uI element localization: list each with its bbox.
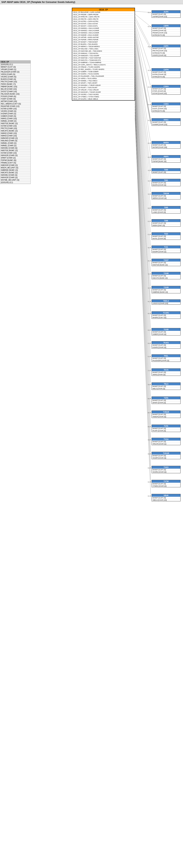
table-t006: T006 MANDT [CLNT (3)] MSEHI [UNIT (3)] [152,219,181,227]
svg-line-16 [135,56,151,208]
table-cska: CSKA MANDT [CLNT (3)] KTOPL [CHAR (4)] K… [152,85,181,95]
table-row: MANDT [CLNT (3)] [152,222,180,224]
cardinality-tvko: 0..N [148,467,151,469]
cardinality-tnls: 0..N [148,384,151,385]
table-row: KUNNR [CHAR (10)] [152,123,180,125]
center-row: CE1S_CP-GSBER = TGSB-GSBER [72,70,135,73]
sidebar-row: VKORG [CHAR (4)] [0,110,31,113]
table-title-t001w: T001W [152,192,180,195]
table-row: MANDT [CLNT (3)] [152,235,180,238]
table-title-t023: T023 [152,232,180,235]
table-row: MANDT [CLNT (3)] [152,275,180,277]
sidebar-row: KMCATG [NUMC (2)] [0,130,31,132]
table-row: PRZNR [CHAR (10)] [152,32,180,34]
svg-line-3 [135,20,151,50]
table-row: VERSI [CHAR (3)] [152,374,180,376]
sidebar-row: KSTAR [CHAR (10)] [0,107,31,110]
table-row: DATBI [DATS (8)] [152,52,180,54]
cardinality-tvfk: 0..N [148,426,151,428]
table-row: MANDT [CLNT (3)] [152,13,180,16]
svg-line-35 [135,110,151,454]
sidebar-row: RKAUFNR [CHAR (12)] [0,105,31,107]
cardinality-vbuk: 0..N [148,495,151,497]
cardinality-tspa: 0..N [148,398,151,400]
center-row: CE1S_CP-KMMAKL = T023-MATKL [72,52,135,55]
table-row: VKGRP [CHAR (3)] [152,457,180,459]
center-row: CE1S_CP-SPART = TSPA-SPART [72,82,135,84]
sidebar-panel: CE1S_CP (02/01/05) (0,1) MANDT [CLNT (3)… [0,60,31,184]
table-row: LOGSYS [CHAR (10)] [152,302,180,304]
table-title-tbdls: TBDLS [152,300,180,302]
center-row: CE1S_CP-KMKDGR = T151-KDGRP [72,55,135,57]
sidebar-row: KMLAND [CHAR (3)] [0,140,31,142]
table-row: MANDT [CLNT (3)] [152,48,180,50]
table-title-cska: CSKA [152,85,180,88]
cardinality-cska: 0..N [148,86,151,88]
table-row: KOKRS [CHAR (4)] [152,346,180,348]
table-row: KSTAR [CHAR (10)] [152,92,180,94]
table-row: VTWEG [CHAR (2)] [152,485,180,487]
table-title-vbuk: VBUK [152,494,180,497]
sidebar-row: BELXR [CHAR (10)] [0,88,31,90]
center-row: CE1S_CP-FRWAE = TCURC-WAERS [72,66,135,68]
table-vbuk: VBUK MANDT [CLNT (3)] VBELN [CHAR (10)] [152,494,181,501]
center-row: CE1S_CP-SKOST = CSKS-KOSTL [72,25,135,27]
table-title-ckph: CKPH [152,68,180,71]
center-row: CE1S_CP-KMVKGR = TVKGR-VKGRP [72,91,135,93]
table-row: VBELN [CHAR (10)] [152,499,180,501]
center-row: CE1S_CP-KMBRND = T2249-KMBRND [72,61,135,64]
table-title-tnls: TNLS [152,383,180,385]
table-row: PRCTR [CHAR (10)] [152,50,180,52]
cardinality-t000: 0..N [148,169,151,171]
sidebar-row: POSXR [CHAR (6)] [0,95,31,98]
table-title-tcurc: TCURC [152,312,180,314]
sidebar-row: VERSI [CHAR (3)] [0,73,31,76]
table-title-tvfk: TVFK [152,425,180,427]
table-tvtw: TVTW MANDT [CLNT (3)] VTWEG [CHAR (2)] [152,480,181,487]
center-row: CE1S_CP-VTWEG = TVTW-VTWEG [72,96,135,98]
table-row: PALEDGER [CHAR (2)] [152,360,180,362]
sidebar-row: SXOST [CHAR (14)] [0,90,31,93]
table-row: LAND1 [CHAR (3)] [152,211,180,213]
table-row: MANDT [CLNT (3)] [152,121,180,123]
center-row: CE1S_CP-KAUFN = VBUK-VBELN [72,98,135,100]
cardinality-tcurc: 0..N [148,313,151,314]
svg-line-32 [135,101,151,413]
table-cepc: CEPC MANDT [CLNT (3)] PRCTR [CHAR (10)] … [152,44,181,57]
cardinality-csks: 0..N [148,104,151,105]
sidebar-row: KMH01 [CHAR (10)] [0,118,31,120]
sidebar-row: PABNR [NUMC (10)] [0,86,31,88]
table-tbdls: TBDLS LOGSYS [CHAR (10)] [152,300,181,305]
center-row: CE1S_CP-KMLAND = T005-LAND1 [72,48,135,50]
table-row: MANDT [CLNT (3)] [152,371,180,374]
center-row: CE1S_CP-REC_WAERS = TCURC-WAERS [72,68,135,70]
table-row: MANDT [CLNT (3)] [152,399,180,402]
center-row: CE1S_CP-KOKRS = TKA01-KOKRS [72,73,135,75]
svg-line-23 [135,76,151,302]
table-row: KMCATG [NUMC (2)] [152,277,180,279]
table-tvko: TVKO MANDT [CLNT (3)] VKORG [CHAR (4)] [152,466,181,473]
sidebar-row: PALEDGER [CHAR (2)] [0,71,31,73]
sidebar-row: KMVKBU [CHAR (4)] [0,174,31,177]
table-tvfk: TVFK MANDT [CLNT (3)] FKART [CHAR (4)] [152,425,181,432]
center-row: CE1S_CP-KMH002 = KNA1-KUNNR [72,30,135,32]
table-tspa: TSPA MANDT [CLNT (3)] SPART [CHAR (2)] [152,397,181,404]
center-row: CE1S_CP-PRCTR = CEPC-PRCTR [72,18,135,20]
table-row: MATKL [CHAR (9)] [152,238,180,240]
table-row: GSBER [CHAR (4)] [152,333,180,335]
cardinality-t001w: 0..N [148,193,151,195]
svg-line-1 [135,14,151,27]
table-row: MANDT [CLNT (3)] [152,455,180,457]
sidebar-row: FRWAE [CUKY (5)] [0,162,31,164]
sidebar-row: PSPNR [NUMC (8)] [0,159,31,162]
center-row: CE1S_CP-KMSTGE = T2247-KMSTGE [72,57,135,59]
table-title-tkvs: TKVS [152,369,180,371]
cardinality-prps: 0..N [148,156,151,158]
svg-line-24 [135,79,151,314]
table-tka01: TKA01 MANDT [CLNT (3)] KOKRS [CHAR (4)] [152,341,181,349]
table-tvbur: TVBUR MANDT [CLNT (3)] VKBUR [CHAR (4)] [152,410,181,418]
svg-line-5 [135,25,151,87]
sidebar-row: GSBER [CHAR (4)] [0,115,31,118]
table-title-t2248: T2248 [152,272,180,275]
table-row: WAERS [CUKY (5)] [152,316,180,318]
